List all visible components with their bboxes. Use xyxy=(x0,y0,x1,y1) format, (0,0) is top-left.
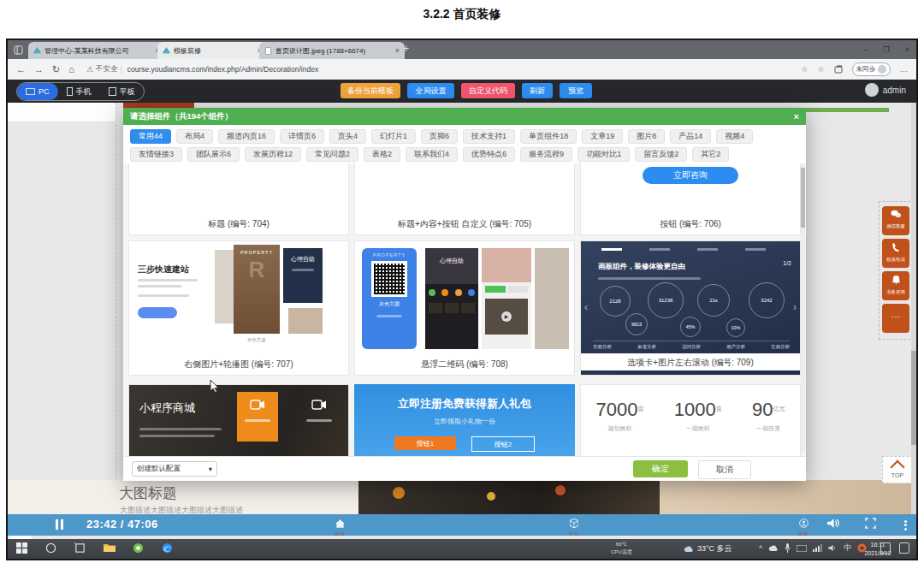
home-icon[interactable]: ⌂ xyxy=(68,64,74,74)
stat-tab: 渠道分析 xyxy=(637,344,656,350)
search-icon[interactable] xyxy=(45,542,56,554)
wechat-service-button[interactable]: 微信客服 xyxy=(882,206,909,235)
onedrive-icon[interactable] xyxy=(768,544,779,552)
favorites-add-icon[interactable]: ☆ xyxy=(801,65,808,74)
component-card-707[interactable]: 三步快速建站 PROPERTY R 心理自助 灰色主题 xyxy=(128,240,349,376)
edge-icon[interactable] xyxy=(162,542,173,554)
category-tab[interactable]: 优势特点6 xyxy=(463,147,515,162)
browser-tab-admin-center[interactable]: 管理中心-某某科技有限公司 × xyxy=(28,42,165,59)
device-mobile-button[interactable]: 手机 xyxy=(58,83,100,100)
browser-tab-decoration[interactable]: 模板装修 × xyxy=(157,42,267,59)
window-restore-button[interactable]: ❐ xyxy=(883,45,890,54)
category-tab[interactable]: 频道内页16 xyxy=(218,129,275,144)
modal-close-icon[interactable]: × xyxy=(794,111,799,121)
device-tablet-button[interactable]: 平板 xyxy=(100,83,144,100)
browser-360-icon[interactable] xyxy=(133,542,144,554)
category-tab[interactable]: 图片8 xyxy=(628,129,665,144)
page-scrollbar[interactable] xyxy=(911,103,916,514)
component-card-number-stats[interactable]: 7000亩 规划面积 1000亩 一期面积 90亿元 一期投资 xyxy=(580,384,801,456)
category-tab[interactable]: 详情页6 xyxy=(280,129,324,144)
custom-code-button[interactable]: 自定义代码 xyxy=(461,83,515,98)
business-consult-button[interactable]: 业务咨询 xyxy=(882,271,909,300)
windows-start-icon[interactable] xyxy=(16,542,27,554)
profile-pill[interactable]: 未同步 xyxy=(852,62,891,76)
preview-heading: 立即注册免费获得新人礼包 xyxy=(354,396,575,412)
confirm-button[interactable]: 确定 xyxy=(633,460,688,477)
category-tab[interactable]: 留言反馈2 xyxy=(635,147,687,162)
volume-icon[interactable] xyxy=(827,518,840,529)
notes-icon[interactable] xyxy=(880,542,891,554)
ime-indicator[interactable]: 中 xyxy=(844,542,851,554)
category-tab[interactable]: 发展历程12 xyxy=(245,147,301,162)
refresh-page-button[interactable]: 刷新 xyxy=(522,83,553,98)
chevron-right-icon[interactable]: › xyxy=(793,301,797,313)
chevron-left-icon[interactable]: ‹ xyxy=(584,301,588,313)
category-tab[interactable]: 页头4 xyxy=(329,129,366,144)
favorites-icon[interactable]: ☆ xyxy=(817,65,824,74)
component-card-706[interactable]: 立即咨询 按钮 (编号: 706) xyxy=(580,163,801,235)
keyboard-icon[interactable] xyxy=(797,545,807,552)
window-close-button[interactable]: × xyxy=(905,45,909,54)
tab-title: 模板装修 xyxy=(174,46,201,56)
category-tab[interactable]: 联系我们4 xyxy=(406,147,458,162)
admin-account[interactable]: admin xyxy=(865,83,906,97)
security-indicator[interactable]: ⚠ 不安全 | xyxy=(86,64,122,74)
global-settings-button[interactable]: 全局设置 xyxy=(407,83,454,98)
category-tab[interactable]: 页脚6 xyxy=(421,129,458,144)
taskbar-clock[interactable]: 16:11 2021/8/12 xyxy=(856,541,899,557)
tray-expand-icon[interactable]: ^ xyxy=(759,544,762,553)
preview-button[interactable]: 预览 xyxy=(560,83,592,98)
file-explorer-icon[interactable] xyxy=(104,542,116,553)
window-minimize-button[interactable]: – xyxy=(863,45,868,54)
notification-center-icon[interactable] xyxy=(899,542,909,554)
back-to-top-button[interactable]: TOP xyxy=(882,456,913,483)
category-tab[interactable]: 常见问题2 xyxy=(306,147,358,162)
weather-widget[interactable]: 33°C 多云 xyxy=(684,543,732,554)
network-signal-icon[interactable] xyxy=(813,544,822,552)
browser-tab-design-image[interactable]: 首页设计图.jpeg (1788×6674) × xyxy=(259,42,405,59)
component-card-register-banner[interactable]: 立即注册免费获得新人礼包 立即领取小礼物一份 按钮1 按钮2 xyxy=(354,384,575,456)
pause-button[interactable] xyxy=(56,519,66,530)
back-icon[interactable]: ← xyxy=(16,64,26,74)
category-tab[interactable]: 功能对比1 xyxy=(578,147,630,162)
browser-menu-icon[interactable]: … xyxy=(900,65,908,74)
tray-volume-icon[interactable] xyxy=(828,544,838,552)
category-tab[interactable]: 其它2 xyxy=(692,147,729,162)
category-tab[interactable]: 文章19 xyxy=(582,129,623,144)
refresh-icon[interactable]: ↻ xyxy=(52,64,60,75)
category-tab[interactable]: 布局4 xyxy=(176,129,213,144)
tab-close-icon[interactable]: × xyxy=(395,46,400,55)
category-tab[interactable]: 常用44 xyxy=(130,129,171,144)
collections-icon[interactable] xyxy=(834,65,843,74)
component-card-708[interactable]: PROPERTY 灰色主题 心理自助 xyxy=(354,240,575,376)
category-tab[interactable]: 友情链接3 xyxy=(130,147,182,162)
category-tab[interactable]: 单页组件18 xyxy=(520,129,577,144)
component-card-704[interactable]: 标题 (编号: 704) xyxy=(128,163,349,235)
cpu-temp-widget[interactable]: 66℃ CPU温度 xyxy=(611,541,632,556)
new-tab-button[interactable]: + xyxy=(403,43,409,55)
backup-template-button[interactable]: 备份当前模板 xyxy=(341,83,400,98)
player-menu-icon[interactable] xyxy=(904,519,907,531)
url-text[interactable]: course.youdiancms.com/index.php/Admin/De… xyxy=(127,65,318,74)
component-card-709[interactable]: 画板组件，装修体验更自由 1/2 ‹ › 2128 31238 21s 3242… xyxy=(580,240,801,376)
device-pc-button[interactable]: PC xyxy=(17,83,58,100)
category-tab[interactable]: 技术支持1 xyxy=(463,129,515,144)
component-card-mini-shop[interactable]: 小程序商城 xyxy=(128,384,349,456)
category-tab[interactable]: 表格2 xyxy=(364,147,400,162)
category-tab[interactable]: 团队展示6 xyxy=(187,147,240,162)
fullscreen-icon[interactable] xyxy=(865,518,876,529)
modal-scrollbar[interactable] xyxy=(801,165,805,453)
component-card-705[interactable]: 标题+内容+按钮 自定义 (编号: 705) xyxy=(354,163,575,235)
more-contacts-button[interactable]: ··· xyxy=(882,304,909,333)
task-view-icon[interactable] xyxy=(74,542,86,554)
contact-phone-button[interactable]: 联系电话 xyxy=(882,239,909,268)
window-menu-icon[interactable] xyxy=(14,45,23,55)
cancel-button[interactable]: 取消 xyxy=(698,460,751,479)
mic-icon[interactable] xyxy=(785,543,791,553)
category-tab[interactable]: 服务流程9 xyxy=(520,147,572,162)
forward-icon[interactable]: → xyxy=(34,64,44,74)
category-tab[interactable]: 幻灯片1 xyxy=(371,129,416,144)
category-tab[interactable]: 产品14 xyxy=(670,129,711,144)
default-config-dropdown[interactable]: 创建默认配置 ▾ xyxy=(132,461,217,477)
category-tab[interactable]: 视频4 xyxy=(716,129,753,144)
